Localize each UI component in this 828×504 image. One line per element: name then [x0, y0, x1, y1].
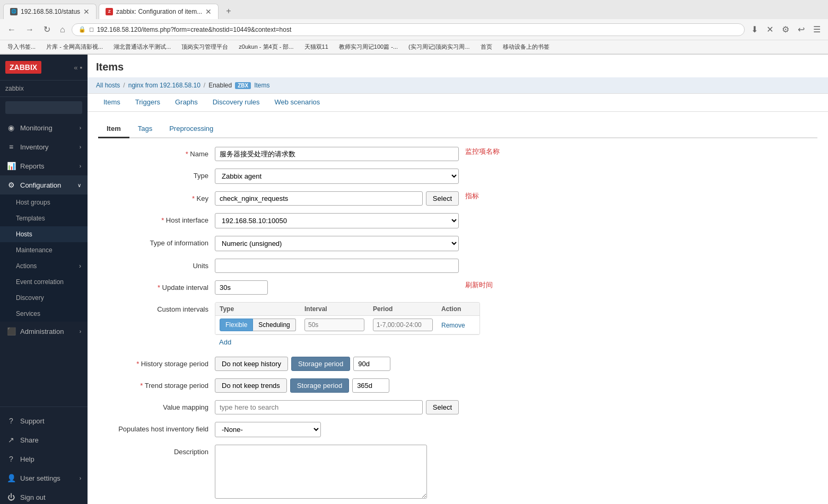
breadcrumb-all-hosts[interactable]: All hosts	[96, 82, 120, 89]
sidebar-item-monitoring-label: Monitoring	[20, 124, 53, 132]
sidebar-item-host-groups[interactable]: Host groups	[0, 194, 88, 210]
browser-tab-2[interactable]: Z zabbix: Configuration of item... ✕	[99, 4, 219, 19]
form-tab-preprocessing[interactable]: Preprocessing	[161, 120, 222, 138]
tab-graphs[interactable]: Graphs	[168, 94, 205, 111]
address-bar[interactable]: 🔒 ◻ 192.168.58.120/items.php?form=create…	[72, 23, 745, 36]
history-no-keep-button[interactable]: Do not keep history	[215, 357, 288, 371]
bookmark-3[interactable]: 湖北普通话水平测试...	[110, 42, 174, 52]
browser-tab-1[interactable]: 🌐 192.168.58.10/status ✕	[3, 4, 97, 19]
bookmark-2[interactable]: 片库 - 全网高清影视...	[43, 42, 106, 52]
page-title: Items	[88, 55, 828, 77]
sidebar-item-user-settings[interactable]: 👤 User settings ›	[0, 468, 88, 488]
bookmark-5[interactable]: z0ukun - 第4页 - 部...	[236, 42, 297, 52]
form-tab-item[interactable]: Item	[98, 120, 129, 138]
bookmark-8[interactable]: (实习周记)顶岗实习周...	[405, 42, 473, 52]
sidebar-item-services[interactable]: Services	[0, 306, 88, 322]
new-tab-button[interactable]: +	[221, 3, 236, 19]
sidebar-item-administration-label: Administration	[20, 328, 64, 335]
bookmark-10[interactable]: 移动设备上的书签	[500, 42, 553, 52]
add-interval-link[interactable]: Add	[215, 335, 236, 349]
value-mapping-input[interactable]	[215, 400, 423, 414]
name-input[interactable]	[215, 147, 459, 161]
sidebar-item-inventory[interactable]: ≡ Inventory ›	[0, 137, 88, 156]
populates-select[interactable]: -None-	[215, 422, 321, 437]
sidebar-item-help[interactable]: ? Help	[0, 449, 88, 468]
sidebar-item-discovery[interactable]: Discovery	[0, 290, 88, 306]
undo-button[interactable]: ↩	[795, 22, 808, 37]
sidebar-item-monitoring[interactable]: ◉ Monitoring ›	[0, 118, 88, 137]
remove-link[interactable]: Remove	[441, 322, 465, 329]
bookmark-4[interactable]: 顶岗实习管理平台	[178, 42, 231, 52]
sidebar-search[interactable]	[0, 97, 88, 118]
update-interval-label: Update interval	[98, 280, 215, 295]
scheduling-button[interactable]: Scheduling	[253, 319, 295, 331]
sidebar-collapse[interactable]: « ▪	[74, 64, 82, 72]
host-interface-select[interactable]: 192.168.58.10:10050	[215, 213, 459, 228]
sidebar-search-input[interactable]	[5, 101, 82, 114]
share-icon: ↗	[6, 436, 16, 444]
trend-value-input[interactable]	[352, 378, 389, 393]
bookmark-9[interactable]: 首页	[477, 42, 495, 52]
form-row-type: Type Zabbix agent Zabbix agent (active) …	[98, 169, 817, 184]
period-input[interactable]	[373, 319, 433, 331]
sidebar-item-event-correlation[interactable]: Event correlation	[0, 274, 88, 290]
download-button[interactable]: ⬇	[748, 22, 761, 37]
action-cell: Remove	[437, 319, 480, 332]
value-mapping-input-group: Select	[215, 400, 459, 414]
breadcrumb-items[interactable]: Items	[254, 82, 269, 89]
history-storage-period-button[interactable]: Storage period	[291, 357, 350, 371]
address-icon: ◻	[89, 26, 94, 33]
settings-icon[interactable]: ⚙	[779, 22, 792, 37]
tab-web-scenarios[interactable]: Web scenarios	[267, 94, 328, 111]
sidebar-item-templates[interactable]: Templates	[0, 210, 88, 226]
description-textarea[interactable]	[215, 445, 427, 499]
inventory-icon: ≡	[6, 143, 16, 151]
trend-control: Do not keep trends Storage period	[215, 378, 459, 393]
value-mapping-select-button[interactable]: Select	[426, 400, 459, 414]
breadcrumb-nginx-host[interactable]: nginx from 192.168.58.10	[128, 82, 201, 89]
key-select-button[interactable]: Select	[426, 191, 459, 206]
key-input[interactable]	[215, 191, 423, 206]
menu-button[interactable]: ☰	[810, 22, 824, 37]
sidebar-item-configuration[interactable]: ⚙ Configuration ∨	[0, 175, 88, 194]
type-select[interactable]: Zabbix agent Zabbix agent (active) Simpl…	[215, 169, 459, 184]
tab1-close[interactable]: ✕	[83, 7, 90, 16]
update-interval-input[interactable]	[215, 280, 268, 295]
type-of-info-select[interactable]: Numeric (float) Character Log Numeric (u…	[215, 236, 459, 251]
close-nav-button[interactable]: ✕	[763, 22, 777, 37]
interval-input[interactable]	[304, 319, 364, 331]
form-row-custom-intervals: Custom intervals Type Interval Period Ac…	[98, 302, 817, 349]
form-tab-tags[interactable]: Tags	[129, 120, 161, 138]
history-value-input[interactable]	[353, 357, 390, 371]
sidebar-item-actions[interactable]: Actions ›	[0, 258, 88, 274]
tab2-close[interactable]: ✕	[205, 7, 212, 16]
trend-no-keep-button[interactable]: Do not keep trends	[215, 378, 287, 393]
bookmark-6[interactable]: 天猫双11	[301, 42, 332, 52]
name-control	[215, 147, 459, 161]
address-text[interactable]: 192.168.58.120/items.php?form=create&hos…	[97, 26, 738, 33]
trend-storage-period-button[interactable]: Storage period	[290, 378, 349, 393]
col-type: Type	[215, 303, 300, 315]
sidebar-item-support-label: Support	[20, 417, 45, 425]
home-button[interactable]: ⌂	[57, 23, 68, 37]
flexible-button[interactable]: Flexible	[220, 319, 253, 331]
populates-control: -None-	[215, 422, 459, 437]
sidebar-item-sign-out[interactable]: ⏻ Sign out	[0, 488, 88, 504]
sidebar-item-maintenance[interactable]: Maintenance	[0, 242, 88, 258]
sidebar-item-support[interactable]: ? Support	[0, 411, 88, 430]
tab-triggers[interactable]: Triggers	[128, 94, 168, 111]
sidebar-item-administration[interactable]: ⬛ Administration ›	[0, 322, 88, 341]
name-label: Name	[98, 147, 215, 161]
sidebar-item-reports[interactable]: 📊 Reports ›	[0, 156, 88, 175]
form-row-update-interval: Update interval 刷新时间	[98, 280, 817, 295]
tab-discovery-rules[interactable]: Discovery rules	[205, 94, 267, 111]
sidebar-item-hosts[interactable]: Hosts	[0, 226, 88, 242]
units-input[interactable]	[215, 259, 459, 273]
sidebar-item-share[interactable]: ↗ Share	[0, 430, 88, 449]
bookmark-7[interactable]: 教师实习周记100篇 -...	[336, 42, 401, 52]
refresh-button[interactable]: ↻	[40, 22, 54, 37]
forward-button[interactable]: →	[22, 23, 37, 37]
bookmark-1[interactable]: 导入书签...	[4, 42, 39, 52]
tab-items[interactable]: Items	[96, 94, 128, 111]
back-button[interactable]: ←	[4, 23, 19, 37]
